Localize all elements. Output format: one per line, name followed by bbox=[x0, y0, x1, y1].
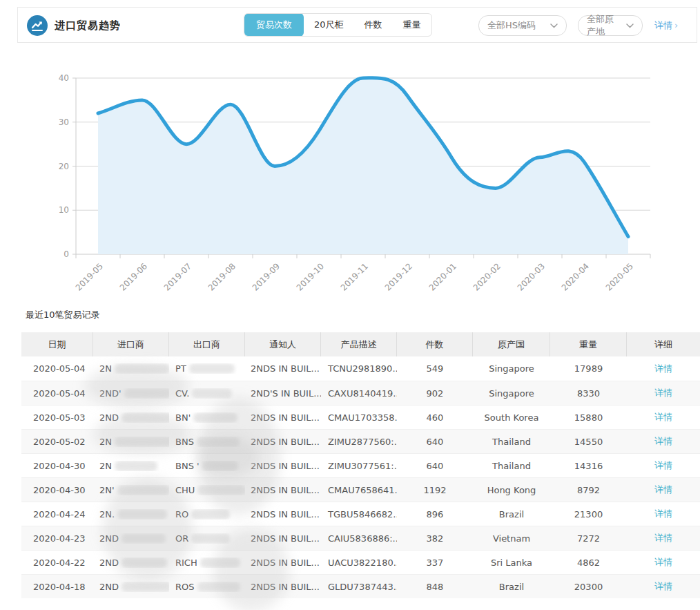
cell-exporter: CHU bbox=[169, 485, 245, 495]
redacted-importer-name bbox=[117, 485, 169, 495]
tab-pieces[interactable]: 件数 bbox=[354, 13, 393, 37]
redacted-exporter-name bbox=[197, 437, 240, 447]
cell-exporter: RO bbox=[169, 509, 245, 520]
cell-detail: 详情 bbox=[627, 363, 700, 375]
cell-importer: 2N bbox=[93, 363, 169, 374]
row-detail-link[interactable]: 详情 bbox=[654, 581, 672, 591]
tab-weight[interactable]: 重量 bbox=[393, 13, 431, 37]
table-row: 2020-04-242N.RO2NDS IN BUIL...TGBU584668… bbox=[21, 502, 700, 526]
cell-detail: 详情 bbox=[627, 459, 700, 472]
cell-date: 2020-05-04 bbox=[21, 388, 93, 399]
chevron-right-icon: › bbox=[674, 20, 678, 30]
row-detail-link[interactable]: 详情 bbox=[654, 436, 672, 446]
cell-exporter: CV. bbox=[169, 388, 245, 399]
cell-weight: 8330 bbox=[550, 388, 627, 399]
cell-importer: 2ND bbox=[93, 412, 169, 423]
trend-area-chart: 0102030402019-052019-062019-072019-08201… bbox=[0, 62, 700, 301]
cell-pieces: 337 bbox=[397, 557, 473, 568]
cell-detail: 详情 bbox=[627, 484, 700, 496]
cell-origin-country: Brazil bbox=[473, 509, 550, 520]
cell-notify-party: 2ND'S IN BUIL... bbox=[245, 388, 321, 399]
cell-weight: 20300 bbox=[550, 582, 627, 592]
redacted-exporter-name bbox=[200, 557, 240, 568]
cell-importer: 2ND bbox=[93, 557, 169, 568]
cell-product-description: CMAU7658641... bbox=[321, 485, 397, 495]
svg-text:40: 40 bbox=[59, 73, 69, 83]
cell-weight: 7272 bbox=[550, 533, 627, 544]
column-header: 件数 bbox=[397, 332, 473, 356]
svg-text:2020-04: 2020-04 bbox=[560, 261, 591, 292]
origin-select-value: 全部原产地 bbox=[587, 13, 621, 38]
cell-product-description: ZIMU2877560:... bbox=[321, 437, 397, 447]
cell-importer: 2N' bbox=[93, 485, 169, 495]
row-detail-link[interactable]: 详情 bbox=[654, 363, 672, 374]
redacted-importer-name bbox=[121, 533, 166, 544]
cell-detail: 详情 bbox=[627, 411, 700, 423]
row-detail-link[interactable]: 详情 bbox=[654, 484, 672, 495]
cell-date: 2020-05-02 bbox=[21, 437, 93, 447]
cell-pieces: 460 bbox=[397, 412, 473, 423]
cell-product-description: CAXU8140419... bbox=[321, 388, 397, 399]
svg-text:2019-11: 2019-11 bbox=[339, 261, 370, 292]
cell-notify-party: 2NDS IN BUIL... bbox=[245, 363, 321, 374]
cell-origin-country: Vietnam bbox=[473, 533, 550, 544]
cell-notify-party: 2NDS IN BUIL... bbox=[245, 485, 321, 495]
redacted-exporter-name bbox=[202, 461, 238, 471]
hs-code-select[interactable]: 全部HS编码 bbox=[478, 15, 567, 36]
cell-pieces: 848 bbox=[397, 582, 473, 592]
cell-product-description: ZIMU3077561:... bbox=[321, 461, 397, 471]
row-detail-link[interactable]: 详情 bbox=[654, 460, 672, 470]
cell-exporter: OR bbox=[169, 533, 245, 544]
cell-weight: 14550 bbox=[550, 437, 627, 447]
cell-product-description: GLDU7387443... bbox=[321, 582, 397, 592]
table-header-row: 日期进口商出口商通知人产品描述件数原产国重量详细 bbox=[21, 332, 700, 356]
cell-importer: 2ND. bbox=[93, 582, 169, 592]
cell-date: 2020-04-24 bbox=[21, 509, 93, 520]
cell-notify-party: 2NDS IN BUIL... bbox=[245, 557, 321, 568]
cell-pieces: 902 bbox=[397, 388, 473, 399]
cell-notify-party: 2NDS IN BUIL... bbox=[245, 582, 321, 592]
cell-origin-country: Brazil bbox=[473, 582, 550, 592]
tab-trade-count[interactable]: 贸易次数 bbox=[244, 13, 304, 37]
cell-exporter: BNS ' bbox=[169, 461, 245, 471]
table-row: 2020-04-302N'CHU2NDS IN BUIL...CMAU76586… bbox=[21, 477, 700, 502]
redacted-importer-name bbox=[115, 437, 169, 447]
cell-origin-country: Singapore bbox=[473, 363, 550, 374]
row-detail-link[interactable]: 详情 bbox=[654, 508, 672, 519]
cell-date: 2020-04-30 bbox=[21, 461, 93, 471]
cell-notify-party: 2NDS IN BUIL... bbox=[245, 412, 321, 423]
cell-importer: 2N bbox=[93, 461, 169, 471]
row-detail-link[interactable]: 详情 bbox=[654, 533, 672, 543]
cell-product-description: CAIU5836886:... bbox=[321, 533, 397, 544]
cell-product-description: TGBU5846682... bbox=[321, 509, 397, 520]
column-header: 日期 bbox=[21, 332, 93, 356]
svg-text:2019-09: 2019-09 bbox=[251, 261, 282, 292]
cell-exporter: RICH bbox=[169, 557, 245, 568]
row-detail-link[interactable]: 详情 bbox=[654, 412, 672, 422]
cell-weight: 15880 bbox=[550, 412, 627, 423]
redacted-importer-name bbox=[117, 509, 167, 520]
cell-importer: 2ND' bbox=[93, 388, 169, 399]
cell-pieces: 640 bbox=[397, 461, 473, 471]
tab-20ft-container[interactable]: 20尺柜 bbox=[304, 13, 354, 37]
redacted-importer-name bbox=[115, 363, 169, 374]
origin-select[interactable]: 全部原产地 bbox=[578, 15, 643, 36]
cell-detail: 详情 bbox=[627, 556, 700, 569]
cell-product-description: CMAU1703358... bbox=[321, 412, 397, 423]
cell-pieces: 640 bbox=[397, 437, 473, 447]
cell-pieces: 382 bbox=[397, 533, 473, 544]
cell-origin-country: Hong Kong bbox=[473, 485, 550, 495]
redacted-exporter-name bbox=[197, 582, 240, 592]
cell-pieces: 896 bbox=[397, 509, 473, 520]
cell-pieces: 549 bbox=[397, 363, 473, 374]
cell-pieces: 1192 bbox=[397, 485, 473, 495]
svg-text:2019-10: 2019-10 bbox=[295, 261, 326, 292]
cell-weight: 4862 bbox=[550, 557, 627, 568]
header-detail-link[interactable]: 详情› bbox=[654, 8, 678, 44]
cell-detail: 详情 bbox=[627, 435, 700, 448]
cell-origin-country: Singapore bbox=[473, 388, 550, 399]
row-detail-link[interactable]: 详情 bbox=[654, 388, 672, 398]
cell-date: 2020-04-18 bbox=[21, 582, 93, 592]
row-detail-link[interactable]: 详情 bbox=[654, 557, 672, 567]
cell-origin-country: South Korea bbox=[473, 412, 550, 423]
